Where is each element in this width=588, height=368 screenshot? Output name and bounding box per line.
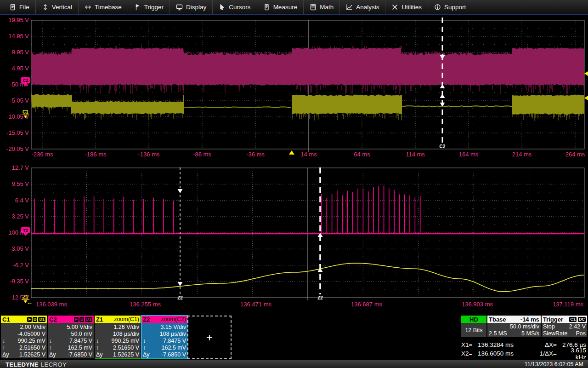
menu-item-file[interactable]: File xyxy=(3,0,36,14)
menu-item-trigger[interactable]: Trigger xyxy=(128,0,170,14)
file-icon xyxy=(9,4,16,11)
graticule-zoom: Z2Z2Z2Z1←12.7 V9.55 V6.4 V3.25 V100 mV-3… xyxy=(0,165,588,314)
menu-item-analysis[interactable]: Analysis xyxy=(340,0,385,14)
menu-item-vertical[interactable]: Vertical xyxy=(36,0,79,14)
teledyne-lecroy-logo: TELEDYNELECROY xyxy=(6,361,67,368)
graticule-top: C2C2C119.95 V14.95 V9.95 V4.95 V-50 mV-5… xyxy=(0,15,588,165)
y-axis-label: -6.2 V xyxy=(13,262,29,269)
channel-descriptor-c1[interactable]: C1FBD12.00 V/div-4.05000 V↓990.25 mV↑2.5… xyxy=(1,316,47,358)
menu-item-math[interactable]: Math xyxy=(304,0,340,14)
row-value: -7.6850 V xyxy=(57,351,92,358)
row-value: 1.52625 V xyxy=(11,351,45,358)
row-value: 108 µs/div xyxy=(151,331,186,337)
support-icon xyxy=(434,4,441,11)
acquisition-hd-box[interactable]: HD 12 Bits xyxy=(461,316,486,337)
descriptor-row: 50.0 mV xyxy=(49,330,92,337)
x-axis-label: -136 ms xyxy=(138,151,160,158)
menu-item-label: Math xyxy=(320,4,334,11)
channel-descriptor-z1[interactable]: Z1zoom(C1)1.26 V/div108 µs/div↓990.25 mV… xyxy=(95,316,141,358)
timebase-title: Tbase xyxy=(489,316,506,323)
trigger-title: Trigger xyxy=(543,316,563,323)
descriptor-badge: D1 xyxy=(38,317,45,322)
x-axis-label: 64 ms xyxy=(354,151,370,158)
vertical-icon xyxy=(42,4,49,11)
x-axis-label: 136.687 ms xyxy=(351,301,382,308)
timebase-icon xyxy=(85,4,91,11)
descriptor-badge: B xyxy=(79,317,85,322)
menu-item-label: Cursors xyxy=(229,4,250,11)
y-axis-label: -15.05 V xyxy=(6,129,29,136)
descriptor-row: Δy-7.6850 V xyxy=(143,351,186,358)
descriptor-header: C2FBD1 xyxy=(48,316,94,323)
menu-item-label: Display xyxy=(186,4,206,11)
menu-item-label: Timebase xyxy=(95,4,122,11)
x1-label: X1= xyxy=(461,341,478,348)
plus-icon: + xyxy=(206,331,213,344)
descriptor-values: 2.00 V/div-4.05000 V↓990.25 mV↑2.51650 V… xyxy=(1,323,47,358)
row-value: 3.15 V/div xyxy=(151,324,186,330)
trigger-box[interactable]: Trigger C1 DC Stop 2.42 V SlewRate Pos xyxy=(542,316,587,337)
x-axis-label: 137.119 ms xyxy=(553,301,583,308)
x2-label: X2= xyxy=(461,350,478,357)
row-prefix: ↓ xyxy=(96,338,104,344)
menu-item-support[interactable]: Support xyxy=(428,0,472,14)
timebase-samples-value: 2.5 MS xyxy=(489,330,507,337)
add-trace-box[interactable]: + xyxy=(187,316,232,359)
x-axis-label: 264 ms xyxy=(565,151,585,158)
descriptor-badge: F xyxy=(74,317,79,322)
menu-item-display[interactable]: Display xyxy=(170,0,213,14)
y-axis-label: 9.95 V xyxy=(11,49,29,56)
status-bar: TELEDYNELECROY 11/13/2023 6:02:05 AM xyxy=(0,360,588,368)
y-axis-label: -5.05 V xyxy=(10,97,29,104)
x-axis-label: 114 ms xyxy=(406,151,425,158)
descriptor-header: C1FBD1 xyxy=(1,316,47,323)
trigger-type-value: SlewRate xyxy=(543,330,568,337)
x2-value: 136.6050 ms xyxy=(478,350,533,357)
descriptor-row: 108 µs/div xyxy=(96,330,139,337)
channel-descriptor-c2[interactable]: C2FBD15.00 V/div50.0 mV↓7.8475 V↑162.5 m… xyxy=(48,316,94,358)
y-axis-label: -20.05 V xyxy=(6,145,29,152)
descriptor-badge: F xyxy=(27,317,32,322)
y-axis-label: -12.5 V xyxy=(10,294,29,301)
y-axis-label: -9.35 V xyxy=(10,278,29,285)
row-prefix: Δy xyxy=(96,351,104,358)
invdx-value: 3.615 kHz xyxy=(560,347,588,361)
descriptor-header: Z1zoom(C1) xyxy=(95,316,141,323)
row-prefix: ↑ xyxy=(49,345,57,351)
menu-item-utilities[interactable]: Utilities xyxy=(385,0,428,14)
descriptor-row: 3.15 V/div xyxy=(143,323,186,330)
menu-item-measure[interactable]: Measure xyxy=(257,0,304,14)
menu-item-label: Analysis xyxy=(356,4,379,11)
trace-active-underline xyxy=(141,358,187,359)
descriptor-id: Z1 xyxy=(96,316,103,323)
descriptor-row: ↓7.8475 V xyxy=(143,337,186,344)
measure-icon xyxy=(263,4,270,11)
descriptor-subtitle: zoom(C1) xyxy=(114,316,139,322)
descriptor-header: Z2zoom(C2) xyxy=(141,316,187,323)
descriptor-values: 1.26 V/div108 µs/div↓990.25 mV↑2.51650 V… xyxy=(95,323,141,358)
channel-descriptor-z2[interactable]: Z2zoom(C2)3.15 V/div108 µs/div↓7.8475 V↑… xyxy=(141,316,187,358)
descriptor-values: 5.00 V/div50.0 mV↓7.8475 V↑162.5 mVΔy-7.… xyxy=(48,323,94,358)
descriptor-row: 1.26 V/div xyxy=(96,323,139,330)
descriptor-row: -4.05000 V xyxy=(2,330,45,337)
trigger-slope-value: Pos xyxy=(576,330,586,337)
x-axis-label: 136.039 ms xyxy=(36,301,67,308)
row-prefix: Δy xyxy=(2,351,11,358)
trigger-icon xyxy=(134,4,141,11)
descriptor-row: Δy-7.6850 V xyxy=(49,351,92,358)
menu-item-label: Vertical xyxy=(52,4,72,11)
menu-item-cursors[interactable]: Cursors xyxy=(213,0,257,14)
row-value: 1.26 V/div xyxy=(104,324,139,330)
brand-bold: TELEDYNE xyxy=(6,361,39,368)
cursor-label: C2 xyxy=(440,144,446,149)
row-prefix: ↓ xyxy=(49,338,57,344)
menu-item-timebase[interactable]: Timebase xyxy=(79,0,128,14)
descriptor-id: C2 xyxy=(49,316,57,323)
descriptor-row: ↓990.25 mV xyxy=(2,337,45,344)
descriptor-row: ↑162.5 mV xyxy=(49,345,92,351)
x-axis-label: 14 ms xyxy=(300,151,317,158)
descriptor-id: Z2 xyxy=(143,316,150,323)
y-axis-label: 3.25 V xyxy=(11,213,29,220)
timebase-box[interactable]: Tbase -14 ms 50.0 ms/div 2.5 MS 5 MS/s xyxy=(487,316,541,337)
descriptor-row: 2.00 V/div xyxy=(2,323,45,330)
